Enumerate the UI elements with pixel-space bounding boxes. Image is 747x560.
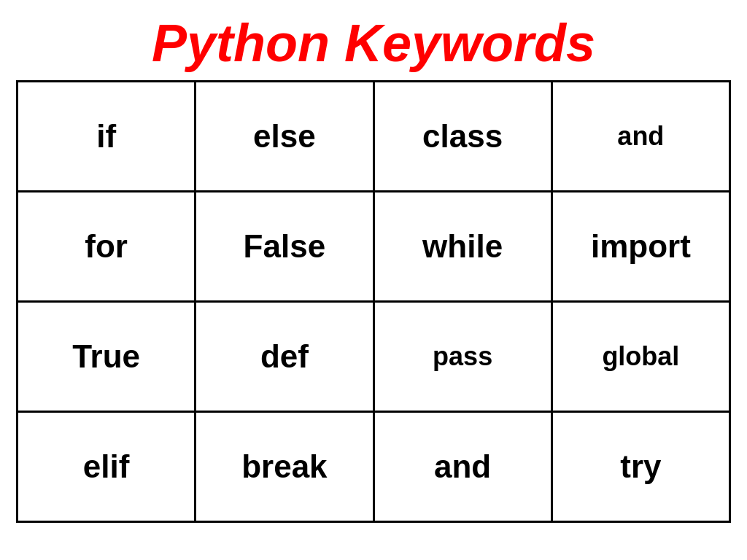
table-cell: else (196, 82, 374, 190)
table-cell: and (553, 82, 731, 190)
page-title: Python Keywords (0, 0, 747, 80)
table-cell: def (196, 303, 374, 411)
table-cell: while (375, 192, 553, 300)
table-row: ifelseclassand (18, 82, 731, 192)
table-cell: import (553, 192, 731, 300)
table-cell: False (196, 192, 374, 300)
table-cell: class (375, 82, 553, 190)
table-cell: pass (375, 303, 553, 411)
table-cell: True (18, 303, 196, 411)
table-cell: global (553, 303, 731, 411)
table-cell: and (375, 413, 553, 521)
table-cell: break (196, 413, 374, 521)
table-row: Truedefpassglobal (18, 303, 731, 413)
table-cell: try (553, 413, 731, 521)
table-cell: elif (18, 413, 196, 521)
keywords-table: ifelseclassandforFalsewhileimportTruedef… (16, 80, 731, 523)
table-row: forFalsewhileimport (18, 192, 731, 303)
table-cell: for (18, 192, 196, 300)
table-cell: if (18, 82, 196, 190)
table-row: elifbreakandtry (18, 413, 731, 523)
